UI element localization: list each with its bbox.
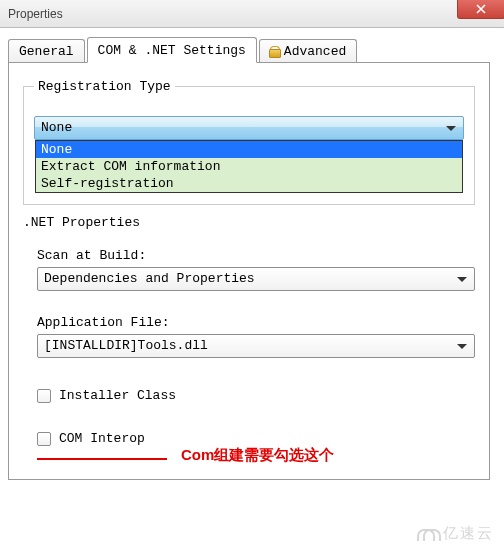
tab-com-net-settings[interactable]: COM & .NET Settings (87, 37, 257, 63)
com-interop-label: COM Interop (59, 431, 145, 446)
chevron-down-icon (457, 277, 467, 282)
installer-class-row: Installer Class (37, 388, 475, 403)
scan-at-build-label: Scan at Build: (37, 248, 475, 263)
titlebar: Properties (0, 0, 504, 28)
scan-at-build-value: Dependencies and Properties (44, 271, 255, 286)
registration-type-legend: Registration Type (34, 79, 175, 94)
tab-general-label: General (19, 44, 74, 59)
dialog-body: General COM & .NET Settings Advanced Reg… (0, 28, 504, 480)
close-icon (476, 4, 486, 14)
application-file-value: [INSTALLDIR]Tools.dll (44, 338, 208, 353)
com-interop-checkbox[interactable] (37, 432, 51, 446)
net-properties-heading: .NET Properties (23, 215, 475, 230)
com-interop-row: COM Interop (37, 431, 475, 446)
annotation-text: Com组建需要勾选这个 (181, 446, 334, 465)
watermark-text: 亿速云 (443, 524, 494, 543)
registration-type-combo[interactable]: None None Extract COM information Self-r… (34, 116, 464, 140)
dropdown-option[interactable]: Extract COM information (36, 158, 462, 175)
tabstrip: General COM & .NET Settings Advanced (8, 36, 504, 62)
application-file-combo[interactable]: [INSTALLDIR]Tools.dll (37, 334, 475, 358)
tab-advanced[interactable]: Advanced (259, 39, 357, 63)
watermark: 亿速云 (417, 524, 494, 543)
installer-class-label: Installer Class (59, 388, 176, 403)
chevron-down-icon (446, 126, 456, 131)
watermark-logo-icon (417, 527, 437, 541)
window-title: Properties (8, 7, 63, 21)
close-button[interactable] (457, 0, 504, 19)
tab-com-label: COM & .NET Settings (98, 43, 246, 58)
annotation-underline (37, 458, 167, 460)
lock-icon (270, 46, 280, 58)
tab-general[interactable]: General (8, 39, 85, 63)
registration-type-dropdown: None Extract COM information Self-regist… (35, 140, 463, 193)
annotation: Com组建需要勾选这个 (37, 446, 475, 465)
registration-type-value: None (41, 120, 72, 135)
chevron-down-icon (457, 344, 467, 349)
registration-type-group: Registration Type None None Extract COM … (23, 79, 475, 205)
application-file-label: Application File: (37, 315, 475, 330)
dropdown-option[interactable]: Self-registration (36, 175, 462, 192)
tab-panel: Registration Type None None Extract COM … (8, 62, 490, 480)
dropdown-option[interactable]: None (36, 141, 462, 158)
installer-class-checkbox[interactable] (37, 389, 51, 403)
scan-at-build-combo[interactable]: Dependencies and Properties (37, 267, 475, 291)
tab-advanced-label: Advanced (284, 44, 346, 59)
